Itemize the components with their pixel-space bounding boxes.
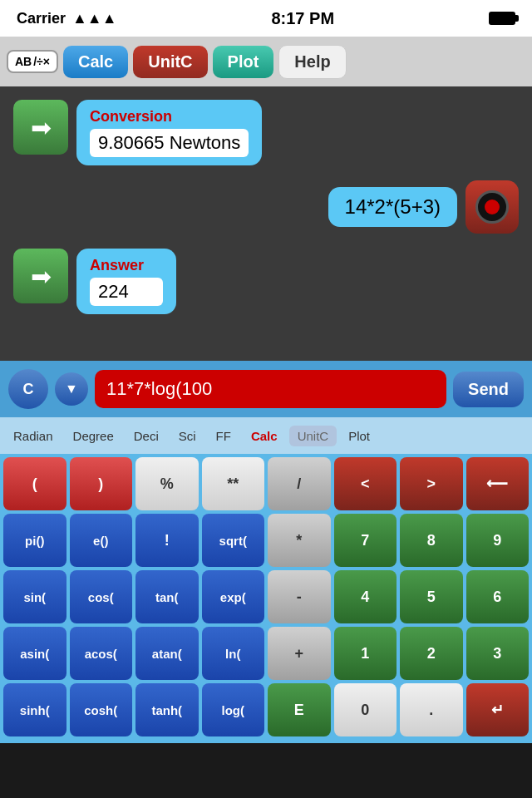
help-tab-button[interactable]: Help [278, 45, 346, 79]
key-multiply[interactable]: * [268, 514, 331, 567]
calculator-keyboard: ( ) % ** / < > ⟵ pi() e() ! sqrt( * 7 8 … [0, 454, 532, 743]
arrow-right-icon: ➡ [31, 113, 52, 142]
key-tan[interactable]: tan( [135, 570, 199, 623]
key-factorial[interactable]: ! [135, 514, 199, 567]
key-dot[interactable]: . [400, 683, 463, 736]
tab-deci[interactable]: Deci [126, 426, 167, 446]
key-percent[interactable]: % [135, 457, 199, 510]
key-open-paren[interactable]: ( [3, 457, 66, 510]
conversion-row: ➡ Conversion 9.80665 Newtons [13, 100, 519, 165]
key-row-2: pi() e() ! sqrt( * 7 8 9 [3, 514, 529, 567]
divx-label: /÷× [33, 55, 50, 68]
answer-bubble: Answer 224 [76, 249, 176, 314]
key-greater-than[interactable]: > [400, 457, 463, 510]
key-6[interactable]: 6 [466, 570, 530, 623]
tab-unitc[interactable]: UnitC [289, 426, 337, 446]
mode-tabs: Radian Degree Deci Sci FF Calc UnitC Plo… [0, 417, 532, 454]
conversion-title: Conversion [90, 108, 249, 126]
key-9[interactable]: 9 [466, 514, 530, 567]
key-3[interactable]: 3 [466, 627, 530, 680]
key-row-4: asin( acos( atan( ln( + 1 2 3 [3, 627, 529, 680]
expression-input[interactable]: 11*7*log(100 [95, 370, 446, 408]
key-atan[interactable]: atan( [135, 627, 199, 680]
wifi-icon: ▲▲▲ [72, 10, 116, 27]
conversion-bubble: Conversion 9.80665 Newtons [76, 100, 262, 165]
calc-tab-button[interactable]: Calc [63, 46, 128, 78]
answer-arrow-button[interactable]: ➡ [13, 249, 68, 303]
key-7[interactable]: 7 [334, 514, 397, 567]
tab-sci[interactable]: Sci [170, 426, 204, 446]
tab-ff[interactable]: FF [208, 426, 239, 446]
key-log[interactable]: log( [202, 683, 265, 736]
key-1[interactable]: 1 [334, 627, 397, 680]
key-sin[interactable]: sin( [3, 570, 66, 623]
key-pi[interactable]: pi() [3, 514, 66, 567]
key-close-paren[interactable]: ) [70, 457, 133, 510]
tab-plot[interactable]: Plot [340, 426, 378, 446]
key-acos[interactable]: acos( [70, 627, 133, 680]
key-2[interactable]: 2 [400, 627, 463, 680]
clear-button[interactable]: C [8, 369, 48, 409]
clock: 8:17 PM [271, 9, 334, 28]
key-enter[interactable]: ↵ [466, 683, 530, 736]
record-button[interactable] [466, 180, 519, 234]
key-cos[interactable]: cos( [70, 570, 133, 623]
conversion-arrow-button[interactable]: ➡ [13, 100, 68, 155]
key-row-3: sin( cos( tan( exp( - 4 5 6 [3, 570, 529, 623]
key-power[interactable]: ** [202, 457, 265, 510]
expression-row: 14*2*(5+3) [13, 180, 519, 234]
abcd-button[interactable]: AB /÷× [7, 50, 58, 73]
answer-value: 224 [90, 278, 163, 306]
input-bar: C ▼ 11*7*log(100 Send [0, 361, 532, 417]
key-sqrt[interactable]: sqrt( [202, 514, 265, 567]
answer-row: ➡ Answer 224 [13, 249, 519, 314]
expression-bubble: 14*2*(5+3) [328, 187, 457, 227]
send-button[interactable]: Send [453, 372, 524, 407]
key-cosh[interactable]: cosh( [70, 683, 133, 736]
tab-degree[interactable]: Degree [65, 426, 122, 446]
conversion-value: 9.80665 Newtons [90, 129, 249, 157]
unitc-tab-button[interactable]: UnitC [133, 46, 207, 78]
key-5[interactable]: 5 [400, 570, 463, 623]
key-row-5: sinh( cosh( tanh( log( E 0 . ↵ [3, 683, 529, 736]
key-divide[interactable]: / [268, 457, 331, 510]
arrow-right-icon2: ➡ [31, 262, 52, 291]
key-0[interactable]: 0 [334, 683, 397, 736]
key-exp[interactable]: exp( [202, 570, 265, 623]
key-row-1: ( ) % ** / < > ⟵ [3, 457, 529, 510]
chevron-down-icon: ▼ [65, 382, 78, 397]
abcd-label: AB [15, 55, 32, 68]
tab-radian[interactable]: Radian [5, 426, 62, 446]
battery-icon [489, 12, 515, 25]
key-e[interactable]: e() [70, 514, 133, 567]
key-asin[interactable]: asin( [3, 627, 66, 680]
key-backspace[interactable]: ⟵ [466, 457, 530, 510]
chat-area: ➡ Conversion 9.80665 Newtons 14*2*(5+3) … [0, 86, 532, 361]
record-icon [475, 190, 509, 224]
dropdown-button[interactable]: ▼ [55, 372, 88, 406]
plot-tab-button[interactable]: Plot [213, 46, 274, 78]
key-sinh[interactable]: sinh( [3, 683, 66, 736]
key-minus[interactable]: - [268, 570, 331, 623]
key-8[interactable]: 8 [400, 514, 463, 567]
key-plus[interactable]: + [268, 627, 331, 680]
carrier-label: Carrier [17, 10, 66, 27]
key-4[interactable]: 4 [334, 570, 397, 623]
status-bar: Carrier ▲▲▲ 8:17 PM [0, 0, 532, 37]
key-less-than[interactable]: < [334, 457, 397, 510]
key-E[interactable]: E [268, 683, 331, 736]
key-ln[interactable]: ln( [202, 627, 265, 680]
key-tanh[interactable]: tanh( [135, 683, 199, 736]
top-toolbar: AB /÷× Calc UnitC Plot Help [0, 37, 532, 86]
answer-title: Answer [90, 257, 163, 274]
tab-calc[interactable]: Calc [243, 426, 286, 446]
